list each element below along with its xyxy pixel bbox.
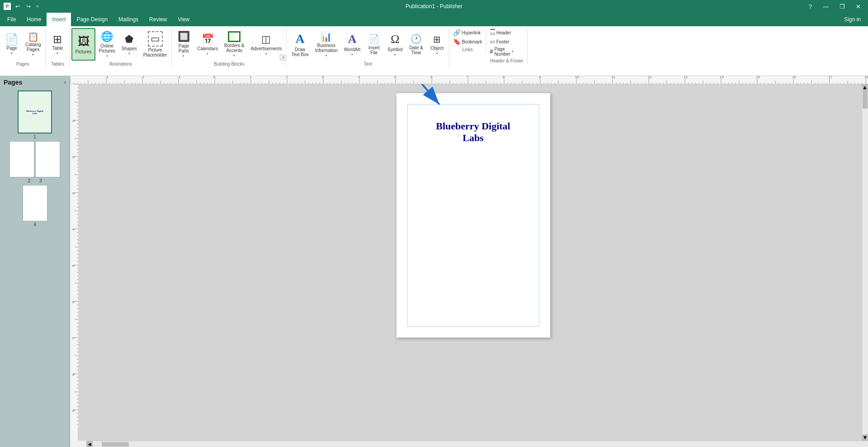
scroll-left-btn[interactable]: ◄: [86, 441, 93, 447]
title-bar-left: P ↩ ↪ ▾: [4, 2, 40, 10]
draw-textbox-icon: A: [296, 32, 305, 46]
page-wrapper: Blueberry DigitalLabs: [396, 93, 550, 338]
page-thumb-4[interactable]: [23, 185, 47, 221]
pages-group-label: Pages: [2, 61, 43, 68]
scroll-down-btn[interactable]: ▼: [862, 434, 868, 441]
insert-file-button[interactable]: 📄 InsertFile: [364, 28, 384, 61]
table-icon: ⊞: [53, 34, 62, 45]
page-number-icon: #: [490, 48, 493, 55]
hyperlink-button[interactable]: 🔗 Hyperlink: [451, 28, 484, 37]
restore-button[interactable]: ❐: [836, 2, 849, 11]
tab-page-design[interactable]: Page Design: [71, 13, 113, 26]
links-group-items: 🔗 Hyperlink 🔖 Bookmark: [451, 28, 484, 46]
ribbon-groups: 📄 Page ▾ 📋 CatalogPages ▾ Pages: [0, 28, 528, 76]
tables-group-items: ⊞ Table ▾: [47, 28, 67, 61]
tables-group-label: Tables: [47, 61, 67, 68]
business-info-button[interactable]: 📊 BusinessInformation ▾: [312, 28, 340, 61]
draw-textbox-button[interactable]: A DrawText Box: [288, 28, 311, 61]
ruler-horizontal: [70, 76, 868, 84]
tab-file[interactable]: File: [2, 13, 21, 26]
tab-home[interactable]: Home: [21, 13, 47, 26]
online-pictures-button[interactable]: 🌐 OnlinePictures ▾: [96, 28, 118, 61]
tab-mailings[interactable]: Mailings: [113, 13, 144, 26]
tab-view[interactable]: View: [172, 13, 195, 26]
tab-review[interactable]: Review: [144, 13, 172, 26]
symbol-button[interactable]: Ω Symbol ▾: [385, 28, 405, 61]
vertical-scrollbar[interactable]: ▲ ▼: [862, 84, 868, 441]
object-button[interactable]: ⊞ Object ▾: [427, 28, 447, 61]
page-num-4: 4: [33, 222, 36, 227]
header-footer-col: ▭ Header ▭ Footer # PageNumber ▾: [488, 28, 515, 57]
help-button[interactable]: ?: [805, 2, 816, 11]
page-icon: 📄: [5, 34, 19, 45]
content-area: Blueberry DigitalLabs ▲: [70, 76, 868, 447]
scroll-up-btn[interactable]: ▲: [862, 84, 868, 90]
advertisements-button[interactable]: ◫ Advertisements ▾: [248, 28, 285, 61]
datetime-button[interactable]: 🕐 Date &Time: [406, 28, 426, 61]
wordart-button[interactable]: A WordArt ▾: [341, 28, 363, 61]
symbol-icon: Ω: [391, 33, 399, 46]
borders-accents-icon: [228, 31, 241, 42]
header-footer-group-label: Header & Footer: [488, 57, 525, 65]
pages-group-items: 📄 Page ▾ 📋 CatalogPages ▾: [2, 28, 43, 61]
page-thumbnails: Blueberry DigitalLabs 1 23 4: [0, 89, 70, 229]
bookmark-button[interactable]: 🔖 Bookmark: [451, 37, 484, 46]
page-number-button[interactable]: # PageNumber ▾: [488, 46, 515, 57]
scroll-thumb-v[interactable]: [863, 90, 868, 109]
picture-placeholder-button[interactable]: ▭ PicturePlaceholder: [141, 28, 170, 61]
hyperlink-icon: 🔗: [453, 29, 461, 36]
borders-accents-button[interactable]: Borders &Accents ▾: [222, 28, 247, 61]
header-button[interactable]: ▭ Header: [488, 28, 515, 38]
close-button[interactable]: ✕: [852, 2, 864, 11]
ribbon-group-links: 🔗 Hyperlink 🔖 Bookmark Links: [449, 28, 486, 76]
object-icon: ⊞: [433, 34, 441, 45]
header-icon: ▭: [490, 29, 495, 37]
illustrations-group-items: 🖼 Pictures 🌐 OnlinePictures ▾ ⬟ Shapes ▾: [71, 28, 170, 61]
insert-file-icon: 📄: [368, 33, 380, 44]
page-thumb-3[interactable]: [35, 141, 60, 177]
page-num-1: 1: [33, 134, 36, 139]
links-group-label: Links: [451, 46, 484, 53]
pages-panel: Pages ‹ Blueberry DigitalLabs 1: [0, 76, 70, 447]
ribbon-group-building-blocks: 🔲 PageParts ▾ 📅 Calendars ▾ Borders &Acc…: [172, 28, 287, 76]
title-bar: P ↩ ↪ ▾ Publication1 - Publisher ? — ❐ ✕: [0, 0, 868, 13]
datetime-icon: 🕐: [410, 33, 422, 44]
page-button[interactable]: 📄 Page ▾: [2, 28, 22, 61]
work-area: Blueberry DigitalLabs ▲: [70, 84, 868, 441]
redo-button[interactable]: ↪: [24, 2, 33, 10]
text-group-items: A DrawText Box 📊 BusinessInformation ▾ A…: [288, 28, 447, 61]
page-4-container: 4: [23, 185, 47, 227]
table-button[interactable]: ⊞ Table ▾: [47, 28, 67, 61]
ribbon-group-pages: 📄 Page ▾ 📋 CatalogPages ▾ Pages: [0, 28, 46, 76]
page-parts-button[interactable]: 🔲 PageParts ▾: [174, 28, 193, 61]
page-thumb-2[interactable]: [9, 141, 34, 177]
catalog-pages-icon: 📋: [28, 32, 39, 41]
canvas-area[interactable]: Blueberry DigitalLabs: [78, 84, 868, 441]
pictures-button[interactable]: 🖼 Pictures: [71, 28, 95, 61]
calendars-icon: 📅: [202, 33, 214, 45]
pages-collapse-button[interactable]: ‹: [64, 79, 66, 86]
page-canvas: Blueberry DigitalLabs: [396, 93, 550, 338]
catalog-pages-button[interactable]: 📋 CatalogPages ▾: [23, 28, 43, 61]
scroll-thumb-h[interactable]: [102, 442, 129, 447]
building-blocks-group-label: Building Blocks: [174, 61, 284, 68]
footer-icon: ▭: [490, 38, 495, 45]
undo-button[interactable]: ↩: [14, 2, 22, 10]
calendars-button[interactable]: 📅 Calendars ▾: [194, 28, 221, 61]
sign-in-button[interactable]: Sign in: [839, 14, 866, 24]
ribbon-group-tables: ⊞ Table ▾ Tables: [46, 28, 70, 76]
shapes-button[interactable]: ⬟ Shapes ▾: [119, 28, 140, 61]
minimize-button[interactable]: —: [819, 2, 832, 11]
text-group-label: Text: [288, 61, 447, 68]
online-pictures-icon: 🌐: [101, 31, 113, 43]
window-title: Publication1 - Publisher: [406, 3, 462, 10]
footer-button[interactable]: ▭ Footer: [488, 38, 515, 46]
page-23-container: 23: [9, 141, 60, 183]
advertisements-icon: ◫: [261, 33, 271, 45]
menu-bar: File Home Insert Page Design Mailings Re…: [0, 13, 868, 26]
page-1-container: Blueberry DigitalLabs 1: [18, 90, 52, 139]
horizontal-scrollbar[interactable]: ◄ ►: [86, 441, 868, 447]
building-blocks-expand[interactable]: ↗: [280, 55, 285, 60]
page-thumb-1[interactable]: Blueberry DigitalLabs: [18, 90, 52, 133]
tab-insert[interactable]: Insert: [47, 13, 71, 26]
